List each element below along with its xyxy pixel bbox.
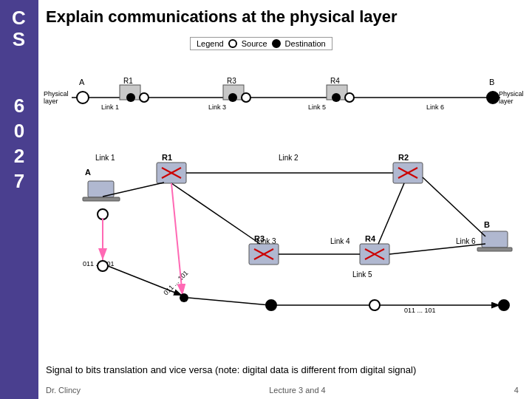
network-svg: Link 1 Link 2 Link 3 Link 4 Link 5 Link … xyxy=(42,122,530,325)
svg-text:Link 5: Link 5 xyxy=(352,270,372,279)
svg-line-62 xyxy=(423,177,485,236)
svg-text:R2: R2 xyxy=(398,153,409,162)
svg-text:Link 2: Link 2 xyxy=(279,154,299,162)
signal-text: Signal to bits translation and vice vers… xyxy=(46,364,416,375)
svg-text:Link 6: Link 6 xyxy=(456,237,476,245)
cs-label: CS xyxy=(12,7,27,50)
page-title: Explain communications at the physical l… xyxy=(46,7,398,27)
svg-line-68 xyxy=(108,266,183,296)
svg-text:R1: R1 xyxy=(162,153,172,162)
svg-text:Link 1: Link 1 xyxy=(95,154,115,162)
svg-text:R3: R3 xyxy=(227,77,236,85)
svg-text:layer: layer xyxy=(499,98,514,105)
svg-point-72 xyxy=(499,300,509,310)
svg-text:Link 1: Link 1 xyxy=(101,103,119,111)
svg-point-8 xyxy=(126,93,135,102)
svg-point-19 xyxy=(345,93,354,102)
footer: Dr. Clincy Lecture 3 and 4 4 xyxy=(46,386,519,395)
svg-line-63 xyxy=(171,183,260,244)
svg-text:011 ... 101: 011 ... 101 xyxy=(404,307,436,314)
svg-text:A: A xyxy=(85,168,91,177)
svg-point-70 xyxy=(369,300,380,310)
svg-text:layer: layer xyxy=(44,98,58,105)
svg-text:R1: R1 xyxy=(123,77,133,85)
source-label: Source xyxy=(242,39,267,48)
svg-point-13 xyxy=(228,93,237,102)
svg-point-18 xyxy=(332,93,341,102)
svg-point-67 xyxy=(98,261,108,271)
sidebar: CS 6027 xyxy=(0,0,38,399)
svg-text:R3: R3 xyxy=(254,234,265,243)
svg-point-5 xyxy=(77,92,89,103)
svg-point-22 xyxy=(487,92,499,103)
source-icon xyxy=(228,39,237,48)
svg-line-65 xyxy=(389,244,485,254)
footer-right: 4 xyxy=(514,386,519,395)
svg-text:B: B xyxy=(484,220,490,229)
top-diagram: Legend Source Destination Physical layer… xyxy=(42,37,530,126)
svg-line-66 xyxy=(378,183,404,244)
svg-text:Link 4: Link 4 xyxy=(330,237,350,245)
slide-numbers: 6027 xyxy=(14,94,24,194)
svg-point-14 xyxy=(242,93,250,102)
svg-text:R4: R4 xyxy=(365,234,376,243)
svg-point-9 xyxy=(140,93,149,102)
legend-label: Legend xyxy=(197,39,224,48)
svg-text:Link 3: Link 3 xyxy=(208,103,226,111)
svg-text:R4: R4 xyxy=(330,77,340,85)
footer-left: Dr. Clincy xyxy=(46,386,81,395)
svg-point-40 xyxy=(98,209,108,219)
dest-label: Destination xyxy=(285,39,326,48)
svg-point-73 xyxy=(180,293,188,302)
legend-box: Legend Source Destination xyxy=(190,37,332,50)
svg-line-74 xyxy=(188,298,270,305)
footer-center: Lecture 3 and 4 xyxy=(269,386,325,395)
svg-text:Link 5: Link 5 xyxy=(308,103,326,111)
physical-layer-svg: Physical layer Physical layer A R1 Link … xyxy=(42,52,530,122)
svg-rect-38 xyxy=(83,197,120,201)
svg-rect-57 xyxy=(482,231,508,248)
svg-text:Physical: Physical xyxy=(499,90,524,98)
svg-text:Physical: Physical xyxy=(44,90,69,98)
svg-text:A: A xyxy=(79,78,85,86)
svg-text:Link 6: Link 6 xyxy=(426,103,444,111)
svg-text:B: B xyxy=(489,78,494,86)
svg-rect-58 xyxy=(477,248,512,251)
dest-icon xyxy=(272,39,281,48)
main-content: Explain communications at the physical l… xyxy=(38,0,532,399)
